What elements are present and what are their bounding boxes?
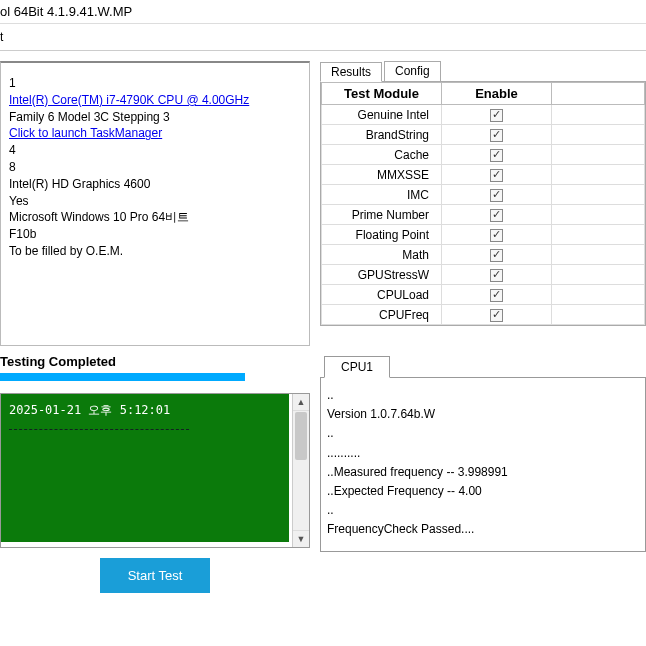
row-name: Prime Number	[322, 205, 442, 225]
enable-checkbox[interactable]	[490, 109, 503, 122]
col-blank	[552, 83, 645, 105]
enable-checkbox[interactable]	[490, 289, 503, 302]
cpu-tabstrip: CPU1	[324, 356, 646, 378]
info-yes: Yes	[9, 193, 301, 210]
status-label: Testing Completed	[0, 354, 310, 369]
window-title: ol 64Bit 4.1.9.41.W.MP	[0, 0, 646, 24]
cpu-out-line: ..	[327, 501, 639, 520]
tab-config[interactable]: Config	[384, 61, 441, 81]
cpu-out-measured: ..Measured frequency -- 3.998991	[327, 463, 639, 482]
cpu-family: Family 6 Model 3C Stepping 3	[9, 109, 301, 126]
results-tabstrip: Results Config	[320, 61, 646, 82]
toolbar-fragment: t	[0, 24, 646, 51]
cpu-out-version: Version 1.0.7.64b.W	[327, 405, 639, 424]
info-threads: 8	[9, 159, 301, 176]
tab-results[interactable]: Results	[320, 62, 382, 82]
enable-checkbox[interactable]	[490, 269, 503, 282]
scroll-thumb[interactable]	[295, 412, 307, 460]
oem-string: To be filled by O.E.M.	[9, 243, 301, 260]
info-physical: 1	[9, 75, 301, 92]
cpu-out-expected: ..Expected Frequency -- 4.00	[327, 482, 639, 501]
module-table-panel: Test Module Enable Genuine Intel BrandSt…	[320, 82, 646, 326]
console-divider	[9, 429, 189, 430]
system-info-panel: 1 Intel(R) Core(TM) i7-4790K CPU @ 4.00G…	[0, 61, 310, 346]
scroll-down-icon[interactable]: ▼	[293, 530, 309, 547]
cpu-out-line: ..	[327, 386, 639, 405]
bios-version: F10b	[9, 226, 301, 243]
col-enable: Enable	[442, 83, 552, 105]
console-scrollbar[interactable]: ▲ ▼	[292, 394, 309, 547]
cpu-output-panel: .. Version 1.0.7.64b.W .. .......... ..M…	[320, 377, 646, 552]
cpu-out-passed: FrequencyCheck Passed....	[327, 520, 639, 539]
tab-cpu1[interactable]: CPU1	[324, 356, 390, 378]
enable-checkbox[interactable]	[490, 249, 503, 262]
row-name: BrandString	[322, 125, 442, 145]
enable-checkbox[interactable]	[490, 129, 503, 142]
os-name: Microsoft Windows 10 Pro 64비트	[9, 209, 301, 226]
row-name: IMC	[322, 185, 442, 205]
console-date: 2025-01-21 오후 5:12:01	[9, 402, 281, 419]
row-name: Genuine Intel	[322, 105, 442, 125]
module-table: Test Module Enable Genuine Intel BrandSt…	[321, 82, 645, 325]
cpu-out-line: ..........	[327, 444, 639, 463]
cpu-out-line: ..	[327, 424, 639, 443]
console-panel: 2025-01-21 오후 5:12:01 ▲ ▼	[0, 393, 310, 548]
row-name: Math	[322, 245, 442, 265]
row-name: CPUFreq	[322, 305, 442, 325]
gpu-name: Intel(R) HD Graphics 4600	[9, 176, 301, 193]
cpu-name-link[interactable]: Intel(R) Core(TM) i7-4790K CPU @ 4.00GHz	[9, 93, 249, 107]
start-test-button[interactable]: Start Test	[100, 558, 211, 593]
enable-checkbox[interactable]	[490, 189, 503, 202]
row-name: CPULoad	[322, 285, 442, 305]
row-name: MMXSSE	[322, 165, 442, 185]
console-output: 2025-01-21 오후 5:12:01	[1, 394, 289, 542]
scroll-up-icon[interactable]: ▲	[293, 394, 309, 411]
info-cores: 4	[9, 142, 301, 159]
row-name: Cache	[322, 145, 442, 165]
enable-checkbox[interactable]	[490, 209, 503, 222]
enable-checkbox[interactable]	[490, 309, 503, 322]
row-name: Floating Point	[322, 225, 442, 245]
enable-checkbox[interactable]	[490, 149, 503, 162]
row-name: GPUStressW	[322, 265, 442, 285]
progress-bar	[0, 373, 245, 381]
enable-checkbox[interactable]	[490, 229, 503, 242]
col-test-module: Test Module	[322, 83, 442, 105]
launch-taskmanager-link[interactable]: Click to launch TaskManager	[9, 126, 162, 140]
enable-checkbox[interactable]	[490, 169, 503, 182]
